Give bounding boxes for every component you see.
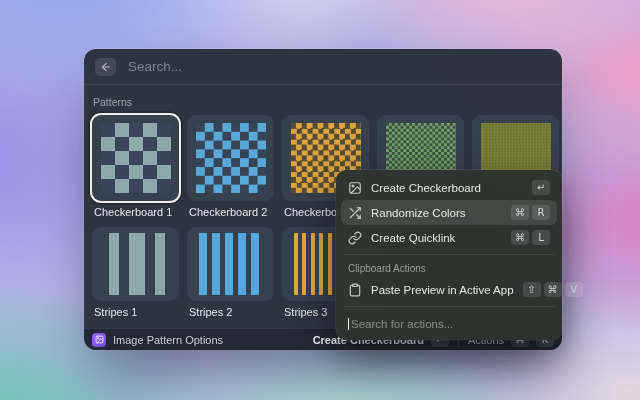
shortcut-keys: ⇧ ⌘ V	[523, 282, 583, 297]
clipboard-icon	[348, 283, 362, 297]
tile-label: Stripes 2	[189, 306, 274, 319]
arrow-left-icon	[100, 61, 112, 73]
grid-cell: Stripes 2	[187, 227, 274, 327]
shortcut-keys: ⌘ R	[511, 205, 550, 220]
grid-cell: Checkerboard 2	[187, 115, 274, 227]
pattern-tile-stripes-2[interactable]	[187, 227, 274, 301]
menu-item-randomize-colors[interactable]: Randomize Colors ⌘ R	[341, 200, 557, 225]
cmd-key-badge: ⌘	[511, 205, 529, 220]
image-icon	[348, 181, 362, 195]
pattern-tile-stripes-1[interactable]	[92, 227, 179, 301]
r-key-badge: R	[532, 205, 550, 220]
shift-key-badge: ⇧	[523, 282, 541, 297]
text-caret	[348, 318, 349, 330]
link-icon	[348, 231, 362, 245]
checkerboard-1-preview	[101, 123, 171, 193]
menu-item-label: Create Checkerboard	[371, 182, 523, 194]
menu-divider	[343, 306, 555, 307]
checkerboard-2-preview	[196, 123, 266, 193]
pattern-tile-checkerboard-2[interactable]	[187, 115, 274, 201]
menu-section-header: Clipboard Actions	[341, 259, 557, 277]
back-button[interactable]	[95, 58, 116, 76]
v-key-badge: V	[565, 282, 583, 297]
return-key-badge: ↵	[532, 180, 550, 195]
search-input[interactable]	[126, 58, 551, 75]
grid-cell: Stripes 1	[92, 227, 179, 327]
extension-name: Image Pattern Options	[113, 334, 223, 346]
actions-popover: Create Checkerboard ↵ Randomize Colors ⌘…	[336, 170, 562, 340]
shortcut-keys: ↵	[532, 180, 550, 195]
actions-search-input[interactable]: Search for actions...	[341, 311, 557, 335]
menu-item-label: Randomize Colors	[371, 207, 502, 219]
menu-divider	[343, 254, 555, 255]
menu-item-paste-preview[interactable]: Paste Preview in Active App ⇧ ⌘ V	[341, 277, 557, 302]
tile-label: Stripes 1	[94, 306, 179, 319]
menu-item-create-checkerboard[interactable]: Create Checkerboard ↵	[341, 175, 557, 200]
tile-label: Checkerboard 2	[189, 206, 274, 219]
app-icon	[92, 333, 106, 347]
search-bar	[84, 49, 562, 85]
stripes-1-preview	[104, 233, 168, 295]
l-key-badge: L	[532, 230, 550, 245]
menu-item-create-quicklink[interactable]: Create Quicklink ⌘ L	[341, 225, 557, 250]
menu-item-label: Create Quicklink	[371, 232, 502, 244]
shuffle-icon	[348, 206, 362, 220]
cmd-key-badge: ⌘	[544, 282, 562, 297]
actions-search-placeholder: Search for actions...	[351, 318, 453, 330]
section-header-patterns: Patterns	[93, 96, 553, 108]
cmd-key-badge: ⌘	[511, 230, 529, 245]
grid-cell: Checkerboard 1	[92, 115, 179, 227]
pattern-tile-checkerboard-1[interactable]	[92, 115, 179, 201]
menu-item-label: Paste Preview in Active App	[371, 284, 514, 296]
shortcut-keys: ⌘ L	[511, 230, 550, 245]
tile-label: Checkerboard 1	[94, 206, 179, 219]
stripes-2-preview	[199, 233, 263, 295]
